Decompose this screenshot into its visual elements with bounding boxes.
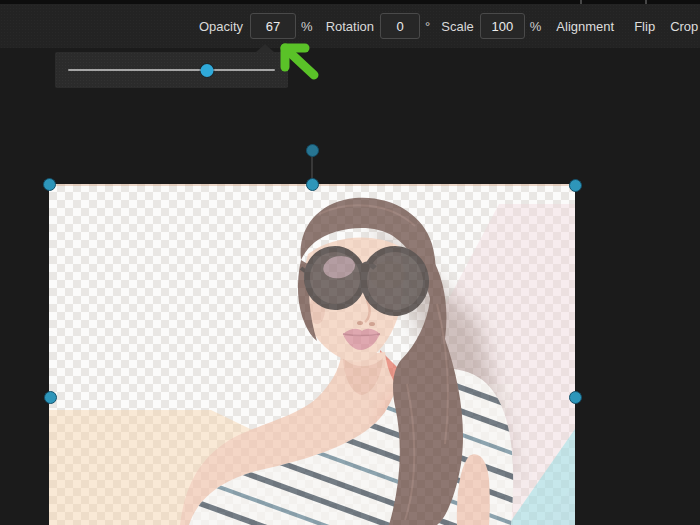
opacity-label: Opacity bbox=[199, 19, 243, 34]
alignment-button[interactable]: Alignment bbox=[556, 19, 614, 34]
opacity-slider-track[interactable] bbox=[68, 69, 275, 71]
scale-input[interactable] bbox=[480, 13, 525, 39]
rotation-label: Rotation bbox=[326, 19, 374, 34]
green-annotation-arrow-icon bbox=[277, 40, 323, 82]
handle-middle-right[interactable] bbox=[569, 391, 582, 404]
photo-woman-sunglasses bbox=[49, 184, 575, 525]
selected-photo-layer[interactable] bbox=[49, 184, 575, 525]
opacity-unit: % bbox=[301, 19, 313, 34]
handle-top-center[interactable] bbox=[306, 178, 319, 191]
handle-top-right[interactable] bbox=[569, 179, 582, 192]
rotation-input[interactable] bbox=[380, 13, 420, 39]
opacity-slider-thumb[interactable] bbox=[200, 64, 213, 77]
opacity-input[interactable] bbox=[250, 13, 296, 39]
handle-top-left[interactable] bbox=[43, 178, 56, 191]
scale-unit: % bbox=[530, 19, 542, 34]
properties-toolbar: Opacity % Rotation ° Scale % Alignment F… bbox=[0, 4, 700, 48]
handle-middle-left[interactable] bbox=[44, 391, 57, 404]
rotation-unit: ° bbox=[425, 19, 430, 34]
opacity-slider-popover bbox=[55, 52, 288, 88]
popover-notch bbox=[256, 44, 274, 52]
crop-button[interactable]: Crop bbox=[670, 19, 698, 34]
scale-label: Scale bbox=[441, 19, 474, 34]
rotation-handle[interactable] bbox=[306, 144, 319, 157]
flip-button[interactable]: Flip bbox=[634, 19, 655, 34]
